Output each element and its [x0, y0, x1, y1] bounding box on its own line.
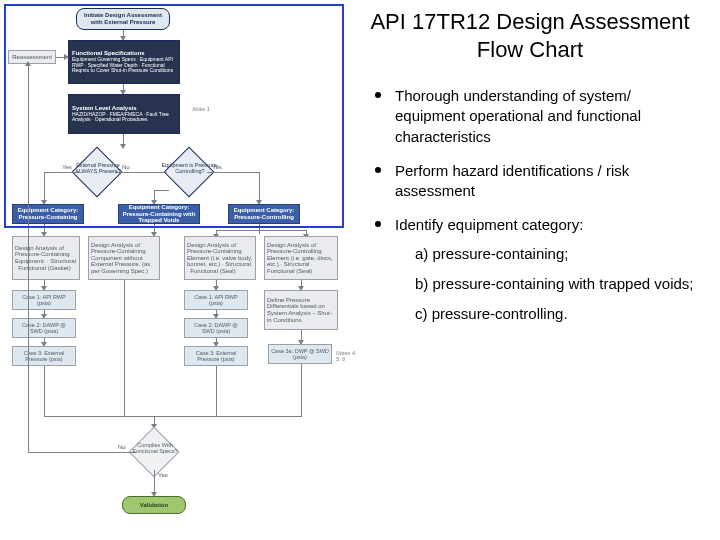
- node-case: Case 1: API RWP (psia): [12, 290, 76, 310]
- bullet-icon: [375, 92, 381, 98]
- sub-item: c) pressure-controlling.: [415, 304, 693, 324]
- bullet-list: Thorough understanding of system/ equipm…: [375, 86, 705, 348]
- bullet-text: Perform hazard identifications / risk as…: [395, 161, 705, 202]
- node-analysis-controlling: Design Analysis of Pressure-Controlling …: [264, 236, 338, 280]
- node-case: Case 2: DAWP @ SWD (psia): [12, 318, 76, 338]
- page-title: API 17TR12 Design Assessment Flow Chart: [350, 8, 710, 63]
- node-case: Case 3a: DWP @ SWD (psia): [268, 344, 332, 364]
- note: Notes 4, 5, 6: [334, 346, 360, 366]
- sub-list: a) pressure-containing; b) pressure-cont…: [415, 244, 693, 325]
- node-analysis-element: Design Analysis of Pressure-Containing E…: [184, 236, 256, 280]
- node-case: Case 2: DAWP @ SWD (psia): [184, 318, 248, 338]
- bullet-icon: [375, 221, 381, 227]
- node-define-pressure: Define Pressure Differentials based on S…: [264, 290, 338, 330]
- node-analysis-containing: Design Analysis of Pressure-Containing E…: [12, 236, 80, 280]
- sub-item: b) pressure-containing with trapped void…: [415, 274, 693, 294]
- sub-item: a) pressure-containing;: [415, 244, 693, 264]
- bullet-item: Identify equipment category: a) pressure…: [375, 215, 705, 334]
- node-case: Case 3: External Pressure (psia): [184, 346, 248, 366]
- bullet-item: Thorough understanding of system/ equipm…: [375, 86, 705, 147]
- flowchart: Initiate Design Assessment with External…: [6, 6, 346, 526]
- bullet-text: Identify equipment category:: [395, 215, 693, 235]
- highlight-frame: [4, 4, 344, 228]
- decision-label: Complies With Functional Specs?: [124, 442, 186, 454]
- node-validation: Validation: [122, 496, 186, 514]
- node-analysis-trapped: Design Analysis of Pressure-Containing C…: [88, 236, 160, 280]
- edge-label-yes: Yes: [158, 472, 168, 478]
- bullet-item: Perform hazard identifications / risk as…: [375, 161, 705, 202]
- node-case: Case 1: API RWP (psia): [184, 290, 248, 310]
- bullet-icon: [375, 167, 381, 173]
- bullet-text: Thorough understanding of system/ equipm…: [395, 86, 705, 147]
- node-case: Case 3: External Pressure (psia): [12, 346, 76, 366]
